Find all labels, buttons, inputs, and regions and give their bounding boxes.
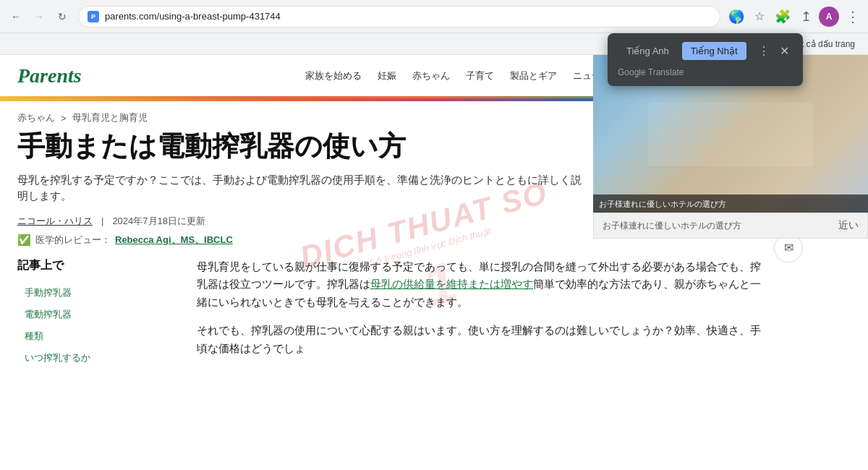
lang-from-button[interactable]: Tiếng Anh [618,42,678,60]
translate-lang-buttons: Tiếng Anh Tiếng Nhật [618,42,746,60]
site-logo[interactable]: Parents [17,64,82,87]
menu-icon[interactable]: ⋮ [842,7,862,27]
nav-item-family[interactable]: 家族を始める [305,69,362,82]
article-review: ✅ 医学的レビュー： Rebecca Agi、MS、IBCLC [17,234,582,247]
article-main: 手動または電動搾乳器の使い方 母乳を搾乳する予定ですか？ここでは、手動および電動… [17,130,582,258]
ad-close-button[interactable]: 近い [838,219,859,232]
translate-label: Google Translate [618,67,793,77]
reviewer-link[interactable]: Rebecca Agi、MS、IBCLC [115,234,233,247]
toc-item-when[interactable]: いつ搾乳するか [17,347,162,369]
url-text: parents.com/using-a-breast-pump-431744 [105,11,281,22]
separator: | [101,215,103,226]
browser-toolbar: ← → ↻ P parents.com/using-a-breast-pump-… [0,0,868,33]
video-caption-text: お子様連れに優しいホテルの選び方 [599,200,726,208]
lang-to-button[interactable]: Tiếng Nhật [682,42,746,60]
video-caption-bar: お子様連れに優しいホテルの選び方 [593,195,868,214]
download-icon[interactable]: ↥ [796,7,816,27]
toc-item-manual[interactable]: 手動搾乳器 [17,282,162,304]
article-subtitle: 母乳を搾乳する予定ですか？ここでは、手動および電動搾乳器の使用手順を、準備と洗浄… [17,172,582,205]
translate-icon[interactable]: 🌎 [726,7,746,27]
translate-close-button[interactable]: ✕ [775,43,793,60]
toc-item-electric[interactable]: 電動搾乳器 [17,304,162,325]
nav-item-baby[interactable]: 赤ちゃん [412,69,450,82]
site-favicon: P [88,11,99,22]
breadcrumb-current: 母乳育児と胸育児 [72,111,148,124]
video-ad-bar: お子様連れに優しいホテルの選び方 近い [593,213,868,239]
nav-item-pregnancy[interactable]: 妊娠 [378,69,396,82]
breadcrumb-separator: > [61,113,67,124]
forward-button[interactable]: → [29,7,49,27]
nav-item-childcare[interactable]: 子育て [466,69,494,82]
translate-more-options-button[interactable]: ⋮ [755,43,773,60]
table-of-contents: 記事上で 手動搾乳器 電動搾乳器 種類 いつ搾乳するか [17,258,162,369]
translate-popup: Tiếng Anh Tiếng Nhật ⋮ ✕ Google Translat… [608,33,803,86]
content-with-sidebar: 記事上で 手動搾乳器 電動搾乳器 種類 いつ搾乳するか 母乳育児をしている親が仕… [0,258,868,369]
supply-link[interactable]: 母乳の供給量を維持または増やす [370,278,533,290]
author-link[interactable]: ニコール・ハリス [17,215,93,228]
toc-item-types[interactable]: 種類 [17,325,162,347]
profile-icon[interactable]: A [819,7,839,27]
translate-popup-header: Tiếng Anh Tiếng Nhật ⋮ ✕ [618,42,793,60]
bookmark-star-icon[interactable]: ☆ [749,7,770,27]
translate-popup-actions: ⋮ ✕ [755,43,793,60]
article-meta: ニコール・ハリス | 2024年7月18日に更新 [17,215,582,228]
article-updated: 2024年7月18日に更新 [112,215,205,228]
toc-title: 記事上で [17,258,162,273]
site-navigation: 家族を始める 妊娠 赤ちゃん 子育て 製品とギア ニュース [305,69,610,82]
back-button[interactable]: ← [6,7,26,27]
nav-item-products[interactable]: 製品とギア [510,69,557,82]
page-content: Parents 家族を始める 妊娠 赤ちゃん 子育て 製品とギア ニュース 🔍 … [0,55,868,470]
review-label: 医学的レビュー： [35,234,111,247]
address-bar[interactable]: P parents.com/using-a-breast-pump-431744 [78,6,720,27]
article-para-1: 母乳育児をしている親が仕事に復帰する予定であっても、単に授乳の合間を縫って外出す… [197,258,768,312]
breadcrumb-parent[interactable]: 赤ちゃん [17,111,55,124]
reload-button[interactable]: ↻ [52,7,72,27]
nav-buttons: ← → ↻ [6,7,72,27]
browser-action-buttons: 🌎 ☆ 🧩 ↥ A ⋮ [726,7,862,27]
article-body: 母乳育児をしている親が仕事に復帰する予定であっても、単に授乳の合間を縫って外出す… [197,258,768,369]
check-icon: ✅ [17,234,31,247]
ad-text: お子様連れに優しいホテルの選び方 [603,220,741,232]
article-title: 手動または電動搾乳器の使い方 [17,130,582,163]
extensions-icon[interactable]: 🧩 [773,7,793,27]
article-para-2: それでも、搾乳器の使用について心配する親はいます。使い方を理解するのは難しいでし… [197,322,768,358]
